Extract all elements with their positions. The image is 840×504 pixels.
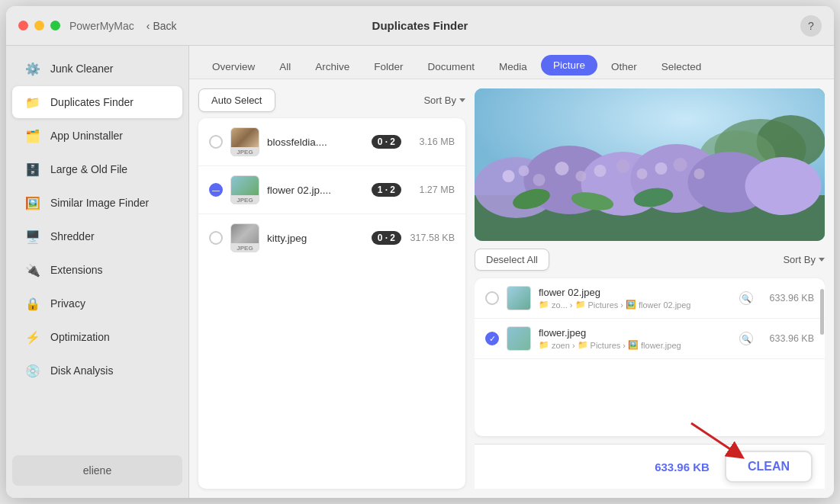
file-badges-1: 0 · 2 [372,135,401,149]
sidebar-label-privacy: Privacy [50,297,85,310]
file-list-panel: Auto Select Sort By [198,88,465,489]
svg-point-21 [694,169,705,179]
tab-all[interactable]: All [269,55,301,79]
junk-cleaner-icon: ⚙️ [24,60,41,77]
dup-thumb-1 [507,286,531,310]
tab-document[interactable]: Document [417,55,486,79]
preview-sort-by-control[interactable]: Sort By [783,254,825,265]
dup-checkbox-2[interactable]: ✓ [485,332,499,345]
svg-point-20 [674,158,687,172]
svg-point-11 [503,170,515,182]
file-list: JPEG blossfeldia.... 0 · 2 3.16 MB [198,118,465,489]
folder-icon: 📁 [578,340,588,350]
dup-info-2: flower.jpeg 📁 zoen › 📁 Pictures › 🖼️ flo… [539,327,732,350]
preview-svg [475,88,825,241]
sort-by-chevron-icon [459,98,465,102]
preview-img-content [475,88,825,241]
sidebar-item-shredder[interactable]: 🖥️ Shredder [12,220,182,252]
auto-select-button[interactable]: Auto Select [198,88,275,112]
file-size-1: 3.16 MB [409,136,455,147]
dup-path-folder-2: Pictures › [591,341,626,350]
sidebar-item-app-uninstaller[interactable]: 🗂️ App Uninstaller [12,120,182,152]
back-label: Back [153,20,176,32]
tab-picture[interactable]: Picture [541,55,597,75]
tab-overview[interactable]: Overview [201,55,266,79]
preview-sort-by-chevron-icon [819,258,825,262]
file-badge-3a: 0 · 2 [372,231,401,245]
dup-search-icon-1[interactable]: 🔍 [739,291,753,305]
tab-other[interactable]: Other [600,55,648,79]
sidebar-item-disk-analysis[interactable]: 💿 Disk Analysis [12,355,182,387]
dup-checkbox-1[interactable] [485,291,499,305]
dup-thumb-2 [507,326,531,351]
optimization-icon: ⚡ [24,329,41,345]
dup-path-text-2: zoen › [552,341,575,350]
svg-point-16 [594,165,607,177]
tab-archive[interactable]: Archive [304,55,360,79]
help-button[interactable]: ? [800,15,822,37]
file-size-2: 1.27 MB [409,185,455,195]
scrollbar-track [820,278,825,436]
duplicate-row[interactable]: ✓ flower.jpeg 📁 zoen › 📁 Pictures › 🖼️ [475,319,825,359]
shredder-icon: 🖥️ [24,228,41,245]
footer-bar: 633.96 KB CLEAN [475,444,825,489]
file-checkbox-2[interactable]: — [209,183,223,197]
user-label: eliene [12,455,182,486]
dup-path-file-2: flower.jpeg [641,341,681,350]
dup-size-2: 633.96 KB [761,333,814,344]
dup-search-icon-2[interactable]: 🔍 [739,332,753,345]
sidebar-label-disk-analysis: Disk Analysis [50,364,113,377]
dup-path-1: 📁 zo... › 📁 Pictures › 🖼️ flower 02.jpeg [539,300,732,310]
clean-button[interactable]: CLEAN [725,451,813,483]
file-checkbox-3[interactable] [209,231,223,245]
dup-path-text-1: zo... › [552,300,573,310]
file-row[interactable]: — JPEG flower 02.jp.... 1 · 2 [198,166,465,214]
disk-analysis-icon: 💿 [24,362,41,379]
svg-point-18 [637,169,648,179]
folder-icon: 📁 [575,300,586,310]
file-badge-1a: 0 · 2 [372,135,401,149]
sort-by-control[interactable]: Sort By [423,95,465,106]
sidebar-label-large-old-file: Large & Old File [50,163,127,175]
duplicate-row[interactable]: flower 02.jpeg 📁 zo... › 📁 Pictures › 🖼️… [475,278,825,319]
preview-sort-by-label: Sort By [783,254,816,265]
sidebar-item-duplicates-finder[interactable]: 📁 Duplicates Finder [12,86,182,118]
content-area: Overview All Archive Folder Document Med… [189,46,834,498]
duplicates-list: flower 02.jpeg 📁 zo... › 📁 Pictures › 🖼️… [475,278,825,436]
sidebar-item-junk-cleaner[interactable]: ⚙️ Junk Cleaner [12,53,182,85]
file-thumb-2: JPEG [230,175,259,204]
file-row[interactable]: JPEG blossfeldia.... 0 · 2 3.16 MB [198,118,465,166]
sidebar-item-optimization[interactable]: ⚡ Optimization [12,321,182,353]
file-row[interactable]: JPEG kitty.jpeg 0 · 2 317.58 KB [198,214,465,262]
sidebar-item-similar-image-finder[interactable]: 🖼️ Similar Image Finder [12,187,182,219]
svg-point-17 [616,159,630,173]
dup-filename-2: flower.jpeg [539,327,732,339]
file-name-1: blossfeldia.... [267,136,364,148]
back-button[interactable]: ‹ Back [146,20,177,32]
preview-image [475,88,825,241]
body-area: Auto Select Sort By [189,79,834,498]
tab-folder[interactable]: Folder [363,55,414,79]
maximize-button[interactable] [50,21,60,30]
scrollbar-thumb[interactable] [820,289,824,335]
tab-bar: Overview All Archive Folder Document Med… [189,46,834,79]
sidebar-item-privacy[interactable]: 🔒 Privacy [12,287,182,319]
file-name-3: kitty.jpeg [267,233,364,244]
sidebar-label-shredder: Shredder [50,230,95,242]
sidebar-item-extensions[interactable]: 🔌 Extensions [12,254,182,286]
tab-media[interactable]: Media [488,55,538,79]
preview-panel: Deselect All Sort By flo [475,88,825,489]
close-button[interactable] [18,21,28,30]
app-uninstaller-icon: 🗂️ [24,127,41,144]
footer-size-label: 633.96 KB [655,461,710,474]
folder-icon: 📁 [539,340,549,350]
sidebar-label-app-uninstaller: App Uninstaller [50,130,123,142]
file-checkbox-1[interactable] [209,135,223,149]
minimize-button[interactable] [34,21,44,30]
sidebar-label-optimization: Optimization [50,331,110,343]
tab-selected[interactable]: Selected [651,55,713,79]
deselect-all-button[interactable]: Deselect All [475,249,549,271]
sidebar-item-large-old-file[interactable]: 🗄️ Large & Old File [12,153,182,185]
file-thumb-3: JPEG [230,223,259,252]
sidebar: ⚙️ Junk Cleaner 📁 Duplicates Finder 🗂️ A… [6,46,189,498]
